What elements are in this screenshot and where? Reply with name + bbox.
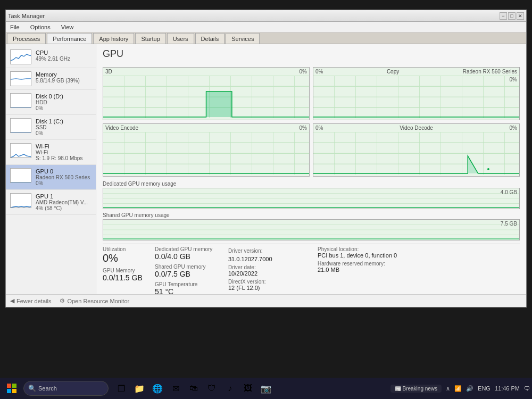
breaking-news[interactable]: 📰 Breaking news (390, 385, 442, 393)
taskbar-search[interactable]: 🔍 Search (23, 381, 109, 396)
chart-decode-percent: 0% (315, 125, 323, 131)
disk1-type: SSD (36, 124, 92, 130)
sound-icon: 🔊 (466, 385, 473, 392)
notification-icon[interactable]: 🗨 (524, 385, 530, 392)
tab-services[interactable]: Services (226, 33, 260, 44)
close-button[interactable]: ✕ (517, 12, 524, 20)
chart-copy: 0% Copy Radeon RX 560 Series 0% (313, 67, 520, 120)
chart-copy-label: Copy (387, 69, 399, 74)
memory-stats: 5.8/14.9 GB (39%) (36, 78, 92, 84)
shared-gpu-value: 0.0/7.5 GB (155, 270, 224, 278)
store-icon[interactable]: 🛍 (185, 380, 202, 397)
sidebar-item-gpu0[interactable]: GPU 0 Radeon RX 560 Series 0% (6, 165, 96, 190)
chart-3d-percent: 0% (300, 69, 307, 74)
menu-file[interactable]: File (8, 23, 22, 31)
menu-view[interactable]: View (59, 23, 76, 31)
wifi-mini-graph (10, 143, 31, 158)
title-bar: Task Manager − □ ✕ (6, 10, 526, 22)
chart-copy-inner: 0% (313, 76, 519, 118)
maximize-button[interactable]: □ (508, 12, 516, 20)
top-charts: 3D 0% (103, 67, 520, 120)
memory-label: Memory (36, 71, 92, 78)
taskbar-right: 📰 Breaking news ∧ 📶 🔊 ENG 11:46 PM 🗨 (390, 385, 530, 393)
svg-rect-20 (12, 384, 16, 388)
cpu-stats: 49% 2.61 GHz (36, 56, 92, 62)
chart-decode-label: Video Decode (400, 125, 433, 131)
sidebar-item-disk1[interactable]: Disk 1 (C:) SSD 0% (6, 115, 96, 140)
disk1-stats: 0% (36, 130, 92, 136)
chevron-left-icon: ◀ (10, 297, 14, 304)
resource-monitor-label: Open Resource Monitor (67, 298, 129, 304)
chart-decode-inner (313, 132, 519, 174)
memory-info: Memory 5.8/14.9 GB (39%) (36, 71, 92, 84)
sidebar-item-disk0[interactable]: Disk 0 (D:) HDD 0% (6, 90, 96, 115)
gpu1-type: AMD Radeon(TM) V... (36, 200, 92, 205)
shared-chart: 7.5 GB (103, 219, 520, 240)
gpu0-stats: 0% (36, 180, 92, 186)
wifi-info: Wi-Fi Wi-Fi S: 1.9 R: 98.0 Mbps (36, 143, 92, 161)
dedicated-max: 4.0 GB (501, 189, 517, 195)
disk1-mini-graph (10, 118, 31, 133)
news-label: Breaking news (402, 386, 437, 392)
disk0-info: Disk 0 (D:) HDD 0% (36, 93, 92, 111)
svg-rect-21 (7, 389, 11, 393)
dedicated-chart: 4.0 GB (103, 188, 520, 209)
sidebar: CPU 49% 2.61 GHz Memory 5.8/14.9 GB (39%… (6, 44, 96, 294)
taskview-button[interactable]: ❐ (113, 380, 130, 397)
disk1-label: Disk 1 (C:) (36, 118, 92, 124)
wifi-label: Wi-Fi (36, 143, 92, 149)
disk0-stats: 0% (36, 105, 92, 111)
svg-rect-19 (7, 384, 11, 388)
photo-icon[interactable]: 🖼 (239, 380, 256, 397)
sidebar-item-wifi[interactable]: Wi-Fi Wi-Fi S: 1.9 R: 98.0 Mbps (6, 140, 96, 165)
shield-icon[interactable]: 🛡 (203, 380, 220, 397)
utilization-label: Utilization (103, 246, 151, 252)
sidebar-item-cpu[interactable]: CPU 49% 2.61 GHz (6, 46, 96, 68)
tab-startup[interactable]: Startup (135, 33, 165, 44)
shared-max: 7.5 GB (501, 221, 517, 227)
resource-monitor-link[interactable]: ⚙ Open Resource Monitor (60, 297, 129, 304)
tab-details[interactable]: Details (195, 33, 225, 44)
app-icon[interactable]: 📷 (257, 380, 275, 397)
browser-icon[interactable]: 🌐 (149, 380, 166, 397)
temp-value: 51 °C (155, 287, 224, 294)
tab-apphistory[interactable]: App history (93, 33, 134, 44)
sidebar-item-memory[interactable]: Memory 5.8/14.9 GB (39%) (6, 68, 96, 90)
disk1-info: Disk 1 (C:) SSD 0% (36, 118, 92, 136)
dedicated-gpu-label: Dedicated GPU memory (155, 246, 224, 252)
svg-point-12 (487, 168, 489, 170)
system-tray-expand[interactable]: ∧ (446, 385, 450, 392)
fewer-details-link[interactable]: ◀ Fewer details (10, 297, 51, 304)
disk0-mini-graph (10, 93, 31, 108)
search-label: Search (38, 385, 57, 392)
gpu1-label: GPU 1 (36, 193, 92, 200)
taskbar: 🔍 Search ❐ 📁 🌐 ✉ 🛍 🛡 ♪ 🖼 📷 📰 Breaking ne… (0, 378, 532, 399)
music-icon[interactable]: ♪ (221, 380, 238, 397)
menu-options[interactable]: Options (28, 23, 53, 31)
tab-users[interactable]: Users (167, 33, 194, 44)
network-icon: 📶 (454, 385, 462, 392)
video-charts: Video Encode 0% 0% (103, 123, 520, 177)
tab-performance[interactable]: Performance (47, 33, 92, 44)
svg-rect-22 (12, 389, 16, 393)
window-controls: − □ ✕ (500, 12, 524, 20)
gpu1-stats: 4% (58 °C) (36, 205, 92, 211)
memory-mini-graph (10, 71, 31, 86)
taskbar-icons: ❐ 📁 🌐 ✉ 🛍 🛡 ♪ 🖼 📷 (113, 380, 275, 397)
hw-reserved-value: 21.0 MB (318, 267, 520, 273)
explorer-icon[interactable]: 📁 (131, 380, 148, 397)
tab-processes[interactable]: Processes (7, 33, 46, 44)
chart-encode-inner (103, 132, 309, 174)
stats-col2: Dedicated GPU memory 0.0/4.0 GB Shared G… (155, 246, 224, 294)
minimize-button[interactable]: − (500, 12, 507, 20)
gpu1-info: GPU 1 AMD Radeon(TM) V... 4% (58 °C) (36, 193, 92, 211)
system-clock[interactable]: 11:46 PM (495, 385, 520, 392)
stats-col3: Driver version: 31.0.12027.7000 Driver d… (228, 246, 313, 294)
cpu-label: CPU (36, 49, 92, 56)
chart-encode-percent: 0% (300, 125, 307, 131)
start-button[interactable] (2, 379, 21, 398)
sidebar-item-gpu1[interactable]: GPU 1 AMD Radeon(TM) V... 4% (58 °C) (6, 190, 96, 215)
mail-icon[interactable]: ✉ (167, 380, 184, 397)
gpu-memory-label: GPU Memory (103, 268, 151, 273)
tab-bar: Processes Performance App history Startu… (6, 32, 526, 44)
